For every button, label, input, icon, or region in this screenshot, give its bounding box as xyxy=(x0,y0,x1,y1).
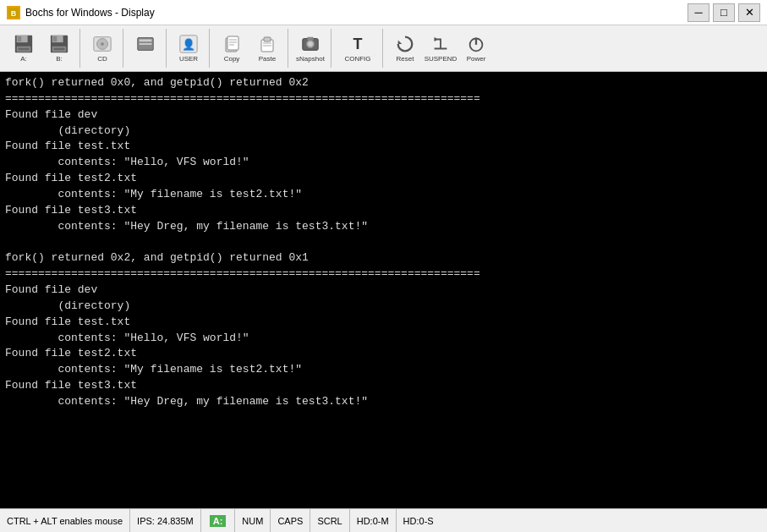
svg-rect-32 xyxy=(307,36,313,40)
toolbar-disk-section xyxy=(125,29,167,68)
toolbar-user-section: 👤 USER xyxy=(168,29,210,68)
drive-badge: A: xyxy=(210,515,227,527)
caps-label: CAPS xyxy=(277,516,303,526)
mouse-hint-text: CTRL + ALT enables mouse xyxy=(7,516,123,526)
floppy-b-button[interactable]: B: xyxy=(42,30,76,66)
power-button[interactable]: Power xyxy=(459,30,493,66)
svg-rect-26 xyxy=(264,37,271,41)
user-icon: 👤 xyxy=(178,34,199,54)
svg-rect-17 xyxy=(140,43,152,45)
num-label: NUM xyxy=(242,516,263,526)
hd0s-label: HD:0-S xyxy=(403,516,434,526)
window-controls: ─ □ ✕ xyxy=(688,3,760,22)
svg-point-14 xyxy=(101,42,104,46)
floppy-b-label: B: xyxy=(56,56,63,63)
svg-rect-16 xyxy=(140,39,152,41)
close-button[interactable]: ✕ xyxy=(738,3,760,22)
svg-text:👤: 👤 xyxy=(182,37,196,51)
power-label: Power xyxy=(467,56,486,63)
snapshot-icon xyxy=(300,34,320,54)
disk-button[interactable] xyxy=(129,30,162,66)
toolbar-controls-section: Reset SUSPEND xyxy=(385,29,496,68)
svg-rect-11 xyxy=(54,47,65,50)
hd0s-section: HD:0-S xyxy=(397,509,441,532)
paste-label: Paste xyxy=(259,56,276,63)
svg-marker-34 xyxy=(398,40,403,44)
svg-rect-21 xyxy=(227,36,238,50)
paste-icon xyxy=(257,34,277,54)
floppy-a-label: A: xyxy=(20,56,27,63)
cdrom-button[interactable]: CD xyxy=(85,30,119,66)
copy-icon xyxy=(222,34,242,54)
snapshot-label: sNapshot xyxy=(296,56,325,63)
hd0m-label: HD:0-M xyxy=(357,516,389,526)
mouse-hint-section: CTRL + ALT enables mouse xyxy=(0,509,130,532)
toolbar: A: B: xyxy=(0,25,767,72)
disk-icon xyxy=(135,34,156,54)
user-button[interactable]: 👤 USER xyxy=(172,30,205,66)
copy-button[interactable]: Copy xyxy=(215,30,249,66)
minimize-button[interactable]: ─ xyxy=(688,3,709,22)
statusbar: CTRL + ALT enables mouse IPS: 24.835M A:… xyxy=(0,508,767,532)
hd0m-section: HD:0-M xyxy=(350,509,397,532)
svg-point-31 xyxy=(308,41,313,47)
reset-button[interactable]: Reset xyxy=(388,30,422,66)
config-label: CONFIG xyxy=(344,56,370,63)
ips-text: IPS: 24.835M xyxy=(137,516,194,526)
suspend-label: SUSPEND xyxy=(425,56,457,63)
svg-marker-35 xyxy=(435,36,438,41)
caps-section: CAPS xyxy=(271,509,310,532)
badge-section: A: xyxy=(201,509,236,532)
toolbar-config-section: T CONFIG xyxy=(333,29,383,68)
reset-icon xyxy=(395,34,415,54)
main-content: A: B: xyxy=(0,25,767,532)
reset-label: Reset xyxy=(397,56,414,63)
config-icon: T xyxy=(348,34,368,54)
scrl-section: SCRL xyxy=(310,509,349,532)
svg-rect-6 xyxy=(19,47,30,50)
svg-text:T: T xyxy=(353,36,363,52)
snapshot-button[interactable]: sNapshot xyxy=(293,30,327,66)
num-section: NUM xyxy=(235,509,271,532)
suspend-icon xyxy=(430,34,451,54)
floppy-a-icon xyxy=(14,34,34,54)
toolbar-cd-section: CD xyxy=(82,29,123,68)
toolbar-floppy-section: A: B: xyxy=(3,29,80,68)
app-icon: B xyxy=(7,6,20,19)
power-icon xyxy=(466,34,486,54)
svg-rect-9 xyxy=(53,36,58,41)
toolbar-snapshot-section: sNapshot xyxy=(290,29,331,68)
svg-rect-4 xyxy=(18,36,22,41)
copy-label: Copy xyxy=(224,56,240,63)
config-button[interactable]: T CONFIG xyxy=(337,30,379,66)
floppy-a-button[interactable]: A: xyxy=(7,30,41,66)
cdrom-label: CD xyxy=(97,56,107,63)
maximize-button[interactable]: □ xyxy=(713,3,735,22)
scrl-label: SCRL xyxy=(317,516,342,526)
titlebar: B Bochs for Windows - Display ─ □ ✕ xyxy=(0,0,767,25)
terminal-display[interactable]: fork() returned 0x0, and getpid() return… xyxy=(0,72,767,508)
disk-label xyxy=(142,56,149,63)
toolbar-copypaste-section: Copy Paste xyxy=(211,29,288,68)
window-title: Bochs for Windows - Display xyxy=(25,7,688,19)
cdrom-icon xyxy=(92,34,112,54)
floppy-b-icon xyxy=(49,34,69,54)
svg-text:B: B xyxy=(11,9,17,18)
ips-section: IPS: 24.835M xyxy=(130,509,201,532)
paste-button[interactable]: Paste xyxy=(250,30,284,66)
user-label: USER xyxy=(179,56,198,63)
suspend-button[interactable]: SUSPEND xyxy=(424,30,457,66)
